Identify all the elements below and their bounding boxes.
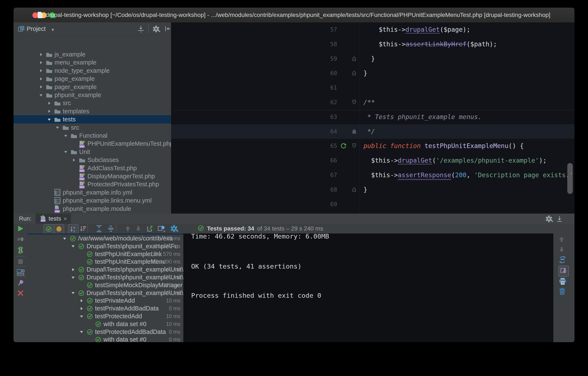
- chevron-collapsed-icon[interactable]: [78, 305, 85, 312]
- code-line[interactable]: 67 $this->assertResponse(200, 'Descripti…: [171, 168, 575, 183]
- project-tree-row[interactable]: tests: [13, 115, 171, 123]
- chevron-collapsed-icon[interactable]: [37, 58, 45, 66]
- project-tree-row[interactable]: js_example: [13, 50, 171, 59]
- chevron-collapsed-icon[interactable]: [78, 297, 85, 305]
- chevron-expanded-icon[interactable]: [70, 289, 76, 297]
- code-line[interactable]: 62/**: [171, 95, 575, 110]
- code-line[interactable]: 60}: [171, 66, 575, 81]
- run-test-icon[interactable]: [340, 143, 347, 151]
- close-tab-icon[interactable]: ×: [63, 215, 67, 222]
- project-tree-row[interactable]: Unit: [13, 148, 171, 156]
- chevron-expanded-icon[interactable]: [78, 312, 85, 320]
- project-tree-row[interactable]: phpAddClassTest.php: [13, 164, 171, 172]
- test-console-output[interactable]: Time: 46.62 seconds, Memory: 6.00MBOK (3…: [183, 233, 553, 342]
- toggle-auto-test-icon[interactable]: [16, 246, 24, 255]
- code-line[interactable]: 61: [171, 81, 575, 95]
- test-tree-row[interactable]: testPrivateAdd10 ms: [27, 297, 183, 305]
- project-tree-row[interactable]: Functional: [13, 132, 171, 140]
- project-tree-row[interactable]: phpunit_example.info.yml: [13, 188, 171, 197]
- collapse-all-icon[interactable]: [137, 25, 145, 34]
- chevron-expanded-icon[interactable]: [37, 91, 45, 99]
- gear-icon[interactable]: [545, 215, 553, 224]
- project-tree-row[interactable]: node_type_example: [13, 66, 171, 75]
- hide-panel-icon[interactable]: [556, 215, 564, 224]
- code-line[interactable]: 69: [171, 197, 575, 212]
- chevron-expanded-icon[interactable]: [54, 123, 61, 132]
- test-tree-row[interactable]: Drupal\Tests\phpunit_example\Unit\D120 m…: [27, 273, 183, 281]
- chevron-expanded-icon[interactable]: [61, 234, 68, 242]
- test-tree-row[interactable]: testProtectedAdd10 ms: [27, 312, 183, 320]
- show-ignored-icon[interactable]: [54, 224, 64, 234]
- close-icon[interactable]: [17, 290, 24, 297]
- chevron-expanded-icon[interactable]: [78, 328, 85, 336]
- previous-failed-test-icon[interactable]: [123, 224, 133, 233]
- chevron-expanded-icon[interactable]: [46, 115, 53, 123]
- next-failed-test-icon[interactable]: [134, 224, 143, 233]
- collapse-all-icon[interactable]: [106, 224, 116, 233]
- project-tree-row[interactable]: phpunit_example.links.menu.yml: [13, 197, 171, 205]
- fold-end-icon[interactable]: [352, 186, 357, 194]
- chevron-collapsed-icon[interactable]: [37, 66, 45, 75]
- scroll-to-end-icon[interactable]: [558, 265, 569, 276]
- test-tree-row[interactable]: testPhpUnitExampleLink15 s 570 ms: [27, 250, 183, 258]
- project-tree-row[interactable]: phpPHPUnitExampleMenuTest.php: [13, 140, 171, 148]
- project-tree-row[interactable]: phpProtectedPrivatesTest.php: [13, 180, 171, 188]
- code-line[interactable]: 68}: [171, 183, 575, 197]
- print-icon[interactable]: [558, 277, 567, 286]
- project-tree-row[interactable]: src: [13, 99, 171, 107]
- expand-all-icon[interactable]: [94, 224, 104, 233]
- chevron-collapsed-icon[interactable]: [70, 156, 77, 164]
- code-line[interactable]: 57 $this->drupalGet($page);: [171, 22, 575, 37]
- chevron-collapsed-icon[interactable]: [46, 99, 53, 107]
- test-history-icon[interactable]: [157, 224, 167, 233]
- rerun-tests-play-icon[interactable]: [17, 225, 24, 233]
- editor-scrollbar[interactable]: [567, 163, 573, 194]
- chevron-collapsed-icon[interactable]: [37, 83, 45, 91]
- chevron-collapsed-icon[interactable]: [46, 107, 53, 115]
- project-tree-row[interactable]: phpunit_example: [13, 91, 171, 99]
- chevron-expanded-icon[interactable]: [70, 242, 76, 250]
- code-line[interactable]: 58 $this->assertLinkByHref($path);: [171, 37, 575, 52]
- settings-gear-icon[interactable]: [169, 224, 179, 233]
- sort-by-duration-icon[interactable]: [78, 224, 88, 233]
- import-test-results-icon[interactable]: [145, 224, 155, 233]
- test-tree-row[interactable]: testSimpleMockDisplayManager120 ms: [27, 281, 183, 289]
- project-tree-row[interactable]: menu_example: [13, 58, 171, 66]
- test-tree-row[interactable]: Drupal\Tests\phpunit_example\Unit\P20 ms: [27, 289, 183, 297]
- project-tree-row[interactable]: page_example: [13, 75, 171, 83]
- chevron-expanded-icon[interactable]: [62, 148, 69, 156]
- chevron-expanded-icon[interactable]: [70, 273, 76, 281]
- soft-wrap-icon[interactable]: [558, 256, 567, 265]
- chevron-down-icon[interactable]: ▼: [51, 27, 55, 32]
- test-tree-row[interactable]: testPhpUnitExampleMenu13 s 490 ms: [27, 258, 183, 265]
- test-tree-row[interactable]: Drupal\Tests\phpunit_example\Unit\A40 ms: [27, 265, 183, 273]
- code-editor[interactable]: 57 $this->drupalGet($page);58 $this->ass…: [171, 22, 575, 214]
- test-tree-row[interactable]: /var/www/web/modules/contrib/exa29 s 240…: [27, 234, 183, 242]
- chevron-expanded-icon[interactable]: [62, 132, 69, 140]
- clear-all-icon[interactable]: [558, 287, 566, 296]
- restore-layout-icon[interactable]: [16, 269, 24, 276]
- project-tree-row[interactable]: pager_example: [13, 83, 171, 91]
- test-tree-row[interactable]: testPrivateAddBadData0 ms: [27, 305, 183, 312]
- scroll-up-icon[interactable]: [558, 236, 565, 243]
- hide-panel-icon[interactable]: [164, 25, 171, 33]
- code-line[interactable]: 66 $this->drupalGet('/examples/phpunit-e…: [171, 153, 575, 168]
- project-panel-title[interactable]: Project: [27, 25, 46, 32]
- project-tree-row[interactable]: templates: [13, 107, 171, 115]
- sort-alphabetically-icon[interactable]: az: [68, 224, 79, 234]
- test-tree-row[interactable]: with data set #010 ms: [27, 320, 183, 328]
- show-passed-icon[interactable]: [43, 224, 54, 234]
- project-tree-row[interactable]: Subclasses: [13, 156, 171, 164]
- rerun-failed-tests-icon[interactable]: !: [17, 236, 24, 244]
- project-tree-row[interactable]: phpphpunit_example.module: [13, 205, 171, 213]
- code-line[interactable]: 64 */: [171, 124, 575, 139]
- run-tab-tests[interactable]: php tests ×: [35, 214, 71, 224]
- fold-end-icon[interactable]: [352, 128, 357, 135]
- test-tree-row[interactable]: with data set #00 ms: [27, 336, 183, 342]
- code-line[interactable]: 63 * Tests phpunit_example menus.: [171, 110, 575, 124]
- code-line[interactable]: 59 }: [171, 52, 575, 66]
- test-tree-row[interactable]: testProtectedAddBadData0 ms: [27, 328, 183, 336]
- fold-end-icon[interactable]: [352, 70, 357, 77]
- chevron-collapsed-icon[interactable]: [37, 50, 45, 59]
- scroll-down-icon[interactable]: [558, 246, 565, 254]
